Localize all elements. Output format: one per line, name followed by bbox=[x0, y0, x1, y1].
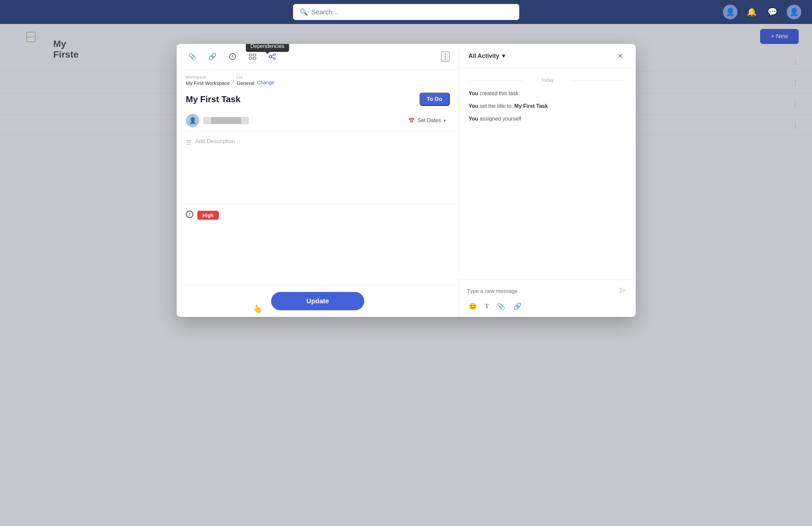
topbar-icons: 👤 🔔 💬 👤 bbox=[723, 5, 801, 19]
spacer bbox=[177, 226, 459, 285]
link-icon[interactable]: 🔗 bbox=[206, 50, 219, 63]
activity-header: All Activity ▾ ✕ bbox=[459, 44, 636, 68]
dependencies-tooltip: Dependencies bbox=[246, 44, 289, 52]
svg-point-8 bbox=[273, 58, 275, 60]
task-assignee-row: 👤 ████████ 📅 Set Dates ▾ bbox=[177, 110, 459, 131]
send-button[interactable] bbox=[618, 285, 628, 297]
chat-icon[interactable]: 💬 bbox=[766, 6, 779, 18]
task-title-row: My First Task To Do bbox=[177, 88, 459, 110]
subtask-icon[interactable] bbox=[246, 50, 259, 63]
attach-button[interactable]: 📎 bbox=[496, 301, 507, 312]
task-title[interactable]: My First Task bbox=[186, 94, 241, 104]
assignee-name: ████████ bbox=[203, 117, 249, 124]
task-toolbar: 📎 🔗 ! bbox=[177, 44, 459, 70]
svg-text:!: ! bbox=[232, 55, 233, 59]
topbar: 🔍 👤 🔔 💬 👤 bbox=[0, 0, 812, 24]
breadcrumb: Workspace My First Workspace / List Gene… bbox=[177, 70, 459, 88]
task-priority-section: ! High bbox=[177, 204, 459, 226]
user-avatar-profile[interactable]: 👤 bbox=[787, 5, 801, 19]
message-input-row bbox=[467, 285, 628, 297]
svg-rect-4 bbox=[249, 57, 252, 59]
svg-text:!: ! bbox=[189, 212, 190, 217]
activity-close-button[interactable]: ✕ bbox=[614, 50, 626, 62]
task-description-area[interactable]: ☰ Add Description bbox=[177, 131, 459, 204]
notifications-icon[interactable]: 🔔 bbox=[745, 6, 758, 18]
emoji-button[interactable]: 😊 bbox=[467, 301, 478, 312]
activity-title-button[interactable]: All Activity ▾ bbox=[469, 52, 505, 60]
svg-line-9 bbox=[272, 55, 273, 56]
svg-rect-5 bbox=[253, 57, 256, 59]
message-tools: 😊 T 📎 🔗 bbox=[467, 301, 628, 312]
activity-item-2: You set the title to: My First Task bbox=[469, 102, 626, 110]
svg-point-6 bbox=[269, 55, 272, 58]
search-bar[interactable]: 🔍 bbox=[293, 4, 519, 20]
status-badge[interactable]: To Do bbox=[419, 93, 450, 106]
activity-item-1: You created this task bbox=[469, 89, 626, 98]
task-modal: 📎 🔗 ! bbox=[177, 44, 636, 317]
info-icon[interactable]: ! bbox=[226, 50, 239, 63]
svg-rect-2 bbox=[249, 54, 252, 56]
priority-badge[interactable]: High bbox=[197, 211, 219, 220]
activity-feed: Today You created this task You set the … bbox=[459, 68, 636, 280]
task-right-panel: All Activity ▾ ✕ Today You created this … bbox=[459, 44, 636, 317]
activity-date-divider: Today bbox=[469, 77, 626, 83]
toolbar-more-button[interactable]: ⋮ bbox=[441, 52, 450, 61]
change-list-link[interactable]: Change bbox=[257, 80, 275, 86]
update-button[interactable]: Update bbox=[271, 292, 364, 310]
link-insert-button[interactable]: 🔗 bbox=[512, 301, 523, 312]
priority-warning-icon: ! bbox=[186, 211, 193, 220]
text-format-button[interactable]: T bbox=[484, 302, 490, 311]
search-icon: 🔍 bbox=[300, 8, 308, 16]
description-placeholder: ☰ Add Description bbox=[186, 138, 450, 146]
description-icon: ☰ bbox=[186, 139, 191, 146]
breadcrumb-list: List General bbox=[236, 75, 254, 86]
breadcrumb-workspace: Workspace My First Workspace bbox=[186, 75, 230, 86]
svg-line-10 bbox=[272, 57, 273, 58]
message-input-field[interactable] bbox=[467, 288, 614, 294]
user-avatar-topbar[interactable]: 👤 bbox=[723, 5, 738, 19]
message-input-area: 😊 T 📎 🔗 bbox=[459, 280, 636, 317]
assignee-info: 👤 ████████ bbox=[186, 114, 249, 127]
svg-point-7 bbox=[273, 54, 275, 56]
activity-chevron-icon: ▾ bbox=[502, 52, 505, 60]
task-footer: Update bbox=[177, 285, 459, 317]
main-area: My Firste ⋯ + New ⋮ ⋮ ⋮ ⋮ bbox=[0, 24, 812, 526]
chevron-down-icon: ▾ bbox=[444, 118, 446, 123]
assignee-avatar[interactable]: 👤 bbox=[186, 114, 199, 127]
search-input[interactable] bbox=[311, 8, 512, 16]
set-dates-button[interactable]: 📅 Set Dates ▾ bbox=[404, 115, 449, 126]
task-left-panel: 📎 🔗 ! bbox=[177, 44, 459, 317]
calendar-icon: 📅 bbox=[408, 117, 415, 124]
breadcrumb-separator: / bbox=[233, 79, 234, 86]
activity-item-3: You assigned yourself bbox=[469, 115, 626, 123]
svg-rect-3 bbox=[253, 54, 256, 56]
attachment-icon[interactable]: 📎 bbox=[186, 50, 199, 63]
